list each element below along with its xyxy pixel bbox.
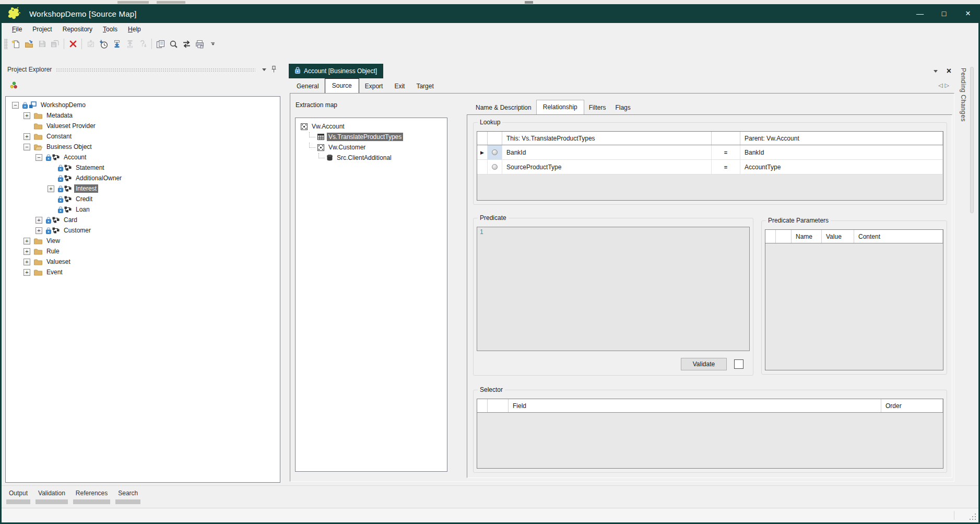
document-list-dropdown-icon[interactable] <box>931 66 940 76</box>
this-field-cell[interactable]: SourceProductType <box>502 160 712 174</box>
expander-icon[interactable] <box>23 112 30 119</box>
save-icon[interactable] <box>36 38 49 50</box>
document-tab-account[interactable]: Account [Business Object] <box>289 64 383 78</box>
tab-relationship[interactable]: Relationship <box>536 100 584 115</box>
bottom-tab-output[interactable]: Output <box>8 488 29 504</box>
selector-group: Selector Field Order <box>473 390 947 473</box>
expander-icon[interactable] <box>23 259 30 265</box>
extraction-item-vw-account[interactable]: Vw.Account <box>296 121 447 132</box>
bottom-tab-references[interactable]: References <box>75 488 109 504</box>
extraction-item-src-clientadditional[interactable]: Src.ClientAdditional <box>296 153 447 163</box>
tree-item-credit[interactable]: Credit <box>6 194 280 204</box>
check-in-icon[interactable] <box>84 38 97 50</box>
pending-changes-side-tab[interactable]: Pending Changes <box>959 65 975 483</box>
expander-icon[interactable] <box>36 227 42 234</box>
predicate-editor[interactable]: 1 <box>477 227 750 351</box>
menu-label: elp <box>133 26 141 33</box>
filter-status-dots-icon[interactable] <box>10 81 18 90</box>
pin-icon[interactable] <box>269 65 278 74</box>
expander-icon[interactable] <box>23 248 30 255</box>
check-out-icon[interactable] <box>123 38 136 50</box>
document-tab-title: Account [Business Object] <box>304 67 377 75</box>
parent-field-cell[interactable]: AccountType <box>740 160 943 174</box>
history-icon[interactable] <box>97 38 110 50</box>
lookup-row-bankid[interactable]: BankId = BankId <box>477 145 943 160</box>
expander-icon[interactable] <box>23 144 30 150</box>
tree-item-metadata[interactable]: Metadata <box>6 110 280 121</box>
tree-item-workshopdemo[interactable]: WorkshopDemo <box>6 100 280 110</box>
new-item-icon[interactable] <box>9 38 22 50</box>
save-all-icon[interactable] <box>49 38 62 50</box>
selector-grid: Field Order <box>477 399 943 469</box>
project-explorer-panel: Project Explorer WorkshopDemo Meta <box>5 64 280 483</box>
toolbar-overflow-icon[interactable] <box>206 38 219 50</box>
tree-item-card[interactable]: Card <box>6 215 280 225</box>
tree-item-additionalowner[interactable]: AdditionalOwner <box>6 173 280 183</box>
relationship-panel: Lookup This: Vs.TranslateProductTypes Pa… <box>467 114 952 478</box>
tree-item-constant[interactable]: Constant <box>6 131 280 142</box>
extraction-item-vw-customer[interactable]: Vw.Customer <box>296 142 447 153</box>
undo-checkout-icon[interactable] <box>136 38 149 50</box>
tab-export[interactable]: Export <box>359 80 389 93</box>
tree-item-loan[interactable]: Loan <box>6 204 280 215</box>
menu-label: ile <box>16 26 22 33</box>
business-object-icon <box>64 175 72 181</box>
tab-exit[interactable]: Exit <box>388 80 410 93</box>
expander-icon[interactable] <box>36 154 42 161</box>
expander-icon[interactable] <box>12 102 19 109</box>
tree-item-view[interactable]: View <box>6 236 280 246</box>
expander-icon[interactable] <box>23 269 30 276</box>
tab-source[interactable]: Source <box>325 78 359 93</box>
tree-item-rule[interactable]: Rule <box>6 246 280 257</box>
operator-column-header <box>712 132 740 145</box>
compare-icon[interactable] <box>180 38 193 50</box>
tree-item-business-object[interactable]: Business Object <box>6 142 280 152</box>
toolbar-grip[interactable] <box>4 39 8 49</box>
resize-grip[interactable] <box>969 513 976 520</box>
get-latest-icon[interactable] <box>110 38 123 50</box>
maximize-button[interactable]: □ <box>932 4 956 23</box>
tree-item-statement[interactable]: Statement <box>6 162 280 173</box>
tree-item-customer[interactable]: Customer <box>6 225 280 236</box>
tab-scroll-arrows[interactable]: ◁▷ <box>938 82 951 89</box>
document-close-icon[interactable] <box>947 66 951 76</box>
expander-icon[interactable] <box>23 238 30 244</box>
panel-menu-icon[interactable] <box>259 65 269 74</box>
expander-icon[interactable] <box>23 133 30 140</box>
this-field-cell[interactable]: BankId <box>502 145 712 159</box>
bottom-tab-search[interactable]: Search <box>117 488 139 504</box>
tab-general[interactable]: General <box>291 80 325 93</box>
bottom-tab-validation[interactable]: Validation <box>37 488 66 504</box>
project-explorer-toolbar <box>5 75 280 96</box>
tree-item-valueset[interactable]: Valueset <box>6 257 280 267</box>
menu-project[interactable]: Project <box>27 24 57 35</box>
extraction-item-vs-translateproducttypes-selected[interactable]: Vs.TranslateProductTypes <box>296 132 447 142</box>
open-icon[interactable] <box>22 38 36 50</box>
tree-item-event[interactable]: Event <box>6 267 280 277</box>
tab-flags[interactable]: Flags <box>610 102 635 114</box>
tab-filters[interactable]: Filters <box>584 102 611 114</box>
menu-file[interactable]: File <box>7 24 27 35</box>
tree-item-account[interactable]: Account <box>6 152 280 162</box>
menu-repository[interactable]: Repository <box>57 24 98 35</box>
menu-help[interactable]: Help <box>123 24 146 35</box>
predicate-checkbox[interactable] <box>734 359 743 369</box>
minimize-button[interactable]: — <box>908 4 932 23</box>
expander-icon[interactable] <box>36 217 42 224</box>
tree-item-valueset-provider[interactable]: Valueset Provider <box>6 121 280 131</box>
menu-tools[interactable]: Tools <box>98 24 123 35</box>
document-sub-tabs: General Source Export Exit Target ◁▷ <box>289 78 955 93</box>
bottom-tab-edge <box>73 499 110 504</box>
tree-item-interest-selected[interactable]: Interest <box>6 183 280 194</box>
validate-button[interactable]: Validate <box>681 358 727 370</box>
parent-field-cell[interactable]: BankId <box>740 145 943 159</box>
close-button[interactable]: × <box>956 4 980 23</box>
properties-icon[interactable] <box>154 38 167 50</box>
lookup-row-sourceproducttype[interactable]: SourceProductType = AccountType <box>477 160 943 174</box>
tab-name-description[interactable]: Name & Description <box>471 102 536 114</box>
tab-target[interactable]: Target <box>410 80 439 93</box>
expander-icon[interactable] <box>48 185 54 192</box>
search-icon[interactable] <box>167 38 180 50</box>
print-icon[interactable] <box>193 38 206 50</box>
delete-icon[interactable] <box>66 38 79 50</box>
